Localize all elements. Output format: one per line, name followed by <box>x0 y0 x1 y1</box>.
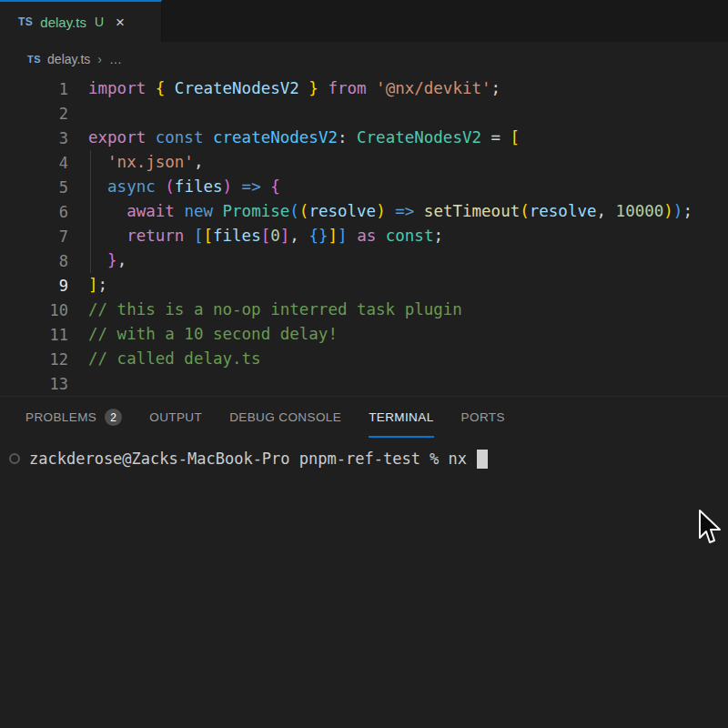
line-number[interactable]: 11 <box>0 326 68 344</box>
code-line[interactable]: 3export const createNodesV2: CreateNodes… <box>0 126 728 150</box>
indent-guide <box>90 199 91 224</box>
code-line[interactable]: 6 await new Promise((resolve) => setTime… <box>0 199 728 224</box>
close-icon[interactable]: × <box>116 15 125 30</box>
indent-guide <box>90 224 91 248</box>
code-line[interactable]: 9]; <box>0 273 728 298</box>
code-line[interactable]: 13 <box>0 371 728 396</box>
tab-filename: delay.ts <box>40 15 86 30</box>
code-text: import { CreateNodesV2 } from '@nx/devki… <box>68 76 500 101</box>
indent-guide <box>90 150 91 175</box>
line-number[interactable]: 12 <box>0 350 68 369</box>
panel-tab-label: TERMINAL <box>369 410 433 424</box>
typescript-file-icon: TS <box>18 15 33 28</box>
code-editor[interactable]: 1import { CreateNodesV2 } from '@nx/devk… <box>0 76 728 396</box>
terminal-cursor <box>477 450 488 469</box>
code-line[interactable]: 10// this is a no-op interred task plugi… <box>0 298 728 322</box>
panel-tab-label: OUTPUT <box>149 410 202 424</box>
code-line[interactable]: 4 'nx.json', <box>0 150 728 175</box>
breadcrumb-more[interactable]: … <box>109 52 123 66</box>
code-text: async (files) => { <box>68 175 280 199</box>
panel-tab-ports[interactable]: PORTS <box>461 397 505 438</box>
terminal-prompt: zackderose@Zacks-MacBook-Pro pnpm-ref-te… <box>29 450 476 468</box>
command-decoration-icon <box>9 453 20 464</box>
line-number[interactable]: 6 <box>0 203 68 221</box>
line-number[interactable]: 9 <box>0 277 68 295</box>
breadcrumb: TS delay.ts › … <box>0 42 728 76</box>
panel-tab-output[interactable]: OUTPUT <box>149 397 202 438</box>
mouse-pointer-icon <box>697 510 724 548</box>
tab-delay-ts[interactable]: TS delay.ts U × <box>0 0 162 42</box>
line-number[interactable]: 13 <box>0 375 68 393</box>
code-line[interactable]: 11// with a 10 second delay! <box>0 322 728 347</box>
code-line[interactable]: 1import { CreateNodesV2 } from '@nx/devk… <box>0 76 728 101</box>
line-number[interactable]: 10 <box>0 301 68 319</box>
panel-tab-label: PROBLEMS <box>25 410 96 424</box>
chevron-right-icon: › <box>97 52 102 66</box>
panel-tab-label: DEBUG CONSOLE <box>229 410 341 424</box>
code-text: return [[files[0], {}]] as const; <box>68 224 443 248</box>
code-line[interactable]: 5 async (files) => { <box>0 175 728 199</box>
panel-tab-debug-console[interactable]: DEBUG CONSOLE <box>229 397 341 438</box>
panel-tab-problems[interactable]: PROBLEMS2 <box>25 397 122 438</box>
code-text: 'nx.json', <box>68 150 203 175</box>
line-number[interactable]: 5 <box>0 178 68 197</box>
line-number[interactable]: 4 <box>0 154 68 172</box>
code-text: // called delay.ts <box>68 347 261 371</box>
typescript-file-icon: TS <box>27 54 41 65</box>
panel-tab-terminal[interactable]: TERMINAL <box>369 397 433 438</box>
breadcrumb-filename[interactable]: delay.ts <box>47 52 90 66</box>
line-number[interactable]: 2 <box>0 105 68 123</box>
line-number[interactable]: 8 <box>0 252 68 270</box>
problems-count-badge: 2 <box>105 409 122 426</box>
indent-guide <box>90 248 91 273</box>
editor-tab-bar: TS delay.ts U × <box>0 0 728 42</box>
code-text: ]; <box>68 273 107 298</box>
code-line[interactable]: 2 <box>0 101 728 126</box>
line-number[interactable]: 7 <box>0 228 68 246</box>
code-line[interactable]: 7 return [[files[0], {}]] as const; <box>0 224 728 248</box>
terminal-pane[interactable]: zackderose@Zacks-MacBook-Pro pnpm-ref-te… <box>0 438 728 470</box>
code-text: }, <box>68 248 126 273</box>
code-line[interactable]: 8 }, <box>0 248 728 273</box>
code-text: // with a 10 second delay! <box>68 322 338 347</box>
code-text: await new Promise((resolve) => setTimeou… <box>68 199 693 224</box>
line-number[interactable]: 3 <box>0 129 68 147</box>
code-text: export const createNodesV2: CreateNodesV… <box>68 126 520 150</box>
git-untracked-badge: U <box>95 15 104 29</box>
line-number[interactable]: 1 <box>0 80 68 98</box>
panel-tab-label: PORTS <box>461 410 505 424</box>
indent-guide <box>90 175 91 199</box>
panel-tab-bar: PROBLEMS2OUTPUTDEBUG CONSOLETERMINALPORT… <box>0 396 728 438</box>
code-text: // this is a no-op interred task plugin <box>68 298 462 322</box>
code-line[interactable]: 12// called delay.ts <box>0 347 728 371</box>
